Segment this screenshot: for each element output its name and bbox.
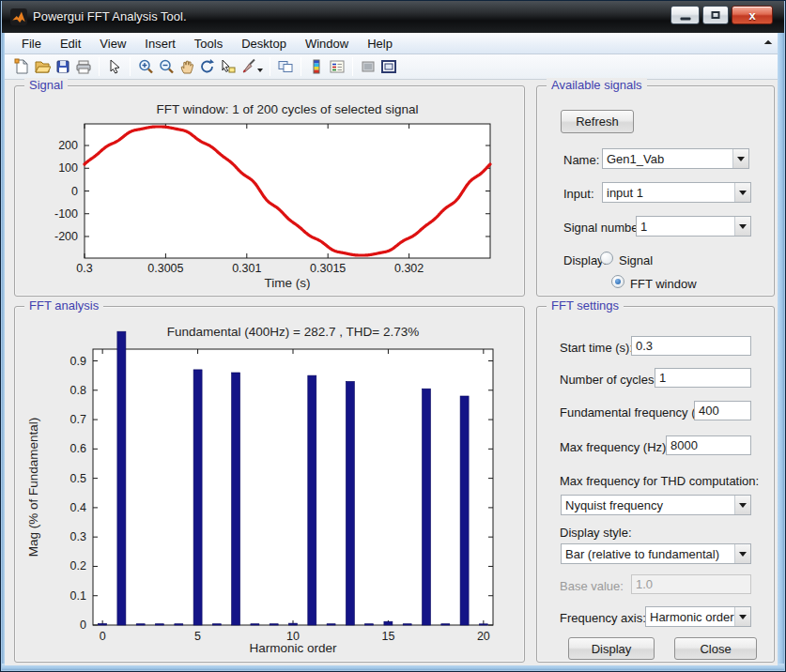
svg-text:0.302: 0.302 — [394, 262, 424, 275]
cycles-label: Number of cycles: — [560, 373, 657, 387]
svg-text:20: 20 — [477, 630, 490, 643]
menu-help[interactable]: Help — [358, 35, 402, 53]
chevron-down-icon[interactable] — [734, 607, 750, 626]
svg-text:-200: -200 — [54, 230, 78, 243]
save-icon[interactable] — [53, 56, 73, 77]
rotate-3d-icon[interactable] — [197, 56, 218, 77]
svg-text:10: 10 — [286, 630, 300, 643]
signal-number-dropdown[interactable]: 1 — [636, 216, 751, 237]
insert-legend-icon[interactable] — [327, 56, 347, 77]
chevron-down-icon[interactable] — [734, 496, 750, 514]
dock-figure-icon[interactable] — [378, 56, 399, 77]
svg-text:0: 0 — [71, 185, 78, 198]
signal-panel: Signal FFT window: 1 of 200 cycles of se… — [14, 85, 525, 297]
fft-settings-panel-label: FFT settings — [547, 298, 624, 313]
restore-icon — [712, 11, 720, 19]
display-signal-radio[interactable] — [600, 252, 613, 265]
zoom-in-icon[interactable] — [135, 56, 156, 77]
menu-tools[interactable]: Tools — [185, 35, 232, 53]
link-plots-icon[interactable] — [275, 56, 296, 77]
svg-text:200: 200 — [58, 139, 78, 152]
menu-bar: File Edit View Insert Tools Desktop Wind… — [5, 33, 778, 54]
frequency-axis-dropdown-value: Harmonic order — [646, 610, 734, 624]
refresh-button[interactable]: Refresh — [561, 110, 634, 133]
chevron-down-icon[interactable] — [734, 183, 750, 202]
svg-text:0.7: 0.7 — [70, 413, 86, 426]
thd-max-frequency-dropdown[interactable]: Nyquist frequency — [561, 495, 751, 515]
signal-number-dropdown-value: 1 — [637, 220, 734, 234]
svg-text:0: 0 — [80, 619, 86, 632]
start-time-field[interactable]: 0.3 — [631, 336, 751, 356]
minimize-icon — [680, 18, 690, 21]
brush-dropdown-caret[interactable] — [257, 69, 263, 72]
restore-button[interactable] — [702, 6, 729, 24]
display-style-dropdown[interactable]: Bar (relative to fundamental) — [561, 543, 751, 564]
chevron-down-icon[interactable] — [732, 149, 748, 168]
fft-settings-panel: FFT settings Start time (s): 0.3 Number … — [536, 306, 775, 663]
pan-hand-icon[interactable] — [177, 56, 197, 77]
svg-text:0.3: 0.3 — [76, 262, 92, 275]
frequency-axis-label: Frequency axis: — [560, 611, 646, 625]
max-frequency-field[interactable]: 8000 — [666, 435, 751, 455]
svg-text:0.5: 0.5 — [70, 472, 86, 485]
display-fft-window-radio[interactable] — [611, 275, 624, 288]
display-button[interactable]: Display — [568, 637, 655, 660]
menu-window[interactable]: Window — [296, 35, 358, 53]
signal-number-label: Signal number: — [563, 221, 645, 235]
title-bar[interactable]: Powergui FFT Analysis Tool. x — [2, 1, 784, 33]
matlab-app-icon — [10, 8, 27, 25]
svg-text:0.2: 0.2 — [70, 559, 86, 573]
input-dropdown[interactable]: input 1 — [602, 182, 751, 203]
frequency-axis-dropdown[interactable]: Harmonic order — [645, 606, 751, 627]
svg-text:0.3015: 0.3015 — [310, 262, 346, 275]
display-signal-radio-label[interactable]: Signal — [619, 253, 653, 267]
svg-text:0.1: 0.1 — [70, 589, 86, 603]
pointer-icon[interactable] — [104, 56, 125, 77]
svg-text:0: 0 — [100, 630, 106, 643]
toolbar-separator — [352, 57, 353, 76]
toolbar-separator — [301, 57, 301, 76]
svg-text:-100: -100 — [54, 207, 78, 221]
hide-plot-tools-icon[interactable] — [358, 56, 378, 77]
fft-spectrum-plot[interactable]: Fundamental (400Hz) = 282.7 , THD= 2.73%… — [15, 307, 524, 662]
max-frequency-label: Max frequency (Hz): — [560, 440, 670, 454]
svg-text:Harmonic order: Harmonic order — [249, 641, 337, 655]
menu-insert[interactable]: Insert — [135, 35, 185, 53]
menu-file[interactable]: File — [12, 35, 51, 53]
minimize-button[interactable] — [670, 6, 700, 24]
svg-text:0.301: 0.301 — [232, 262, 261, 275]
cycles-field[interactable]: 1 — [655, 368, 751, 388]
svg-text:Time (s): Time (s) — [265, 276, 311, 290]
svg-text:15: 15 — [381, 630, 394, 643]
open-folder-icon[interactable] — [32, 56, 53, 77]
input-dropdown-value: input 1 — [603, 186, 734, 200]
menu-overflow-arrow-icon[interactable] — [764, 40, 772, 48]
powergui-fft-window: Powergui FFT Analysis Tool. x File Edit … — [0, 0, 786, 672]
thd-max-frequency-label: Max frequency for THD computation: — [560, 474, 759, 488]
fundamental-frequency-field[interactable]: 400 — [694, 401, 751, 420]
svg-text:0.4: 0.4 — [70, 501, 86, 514]
display-fft-window-radio-label[interactable]: FFT window — [630, 277, 697, 291]
signal-waveform-plot[interactable]: FFT window: 1 of 200 cycles of selected … — [15, 86, 524, 296]
available-signals-panel: Available signals Refresh Name: Gen1_Vab… — [536, 85, 775, 297]
svg-text:Mag (% of Fundamental): Mag (% of Fundamental) — [26, 418, 40, 557]
brush-icon[interactable] — [239, 56, 259, 77]
close-dialog-button[interactable]: Close — [674, 637, 757, 660]
menu-desktop[interactable]: Desktop — [232, 35, 296, 53]
insert-colorbar-icon[interactable] — [306, 56, 327, 77]
data-cursor-icon[interactable] — [218, 56, 239, 77]
chevron-down-icon[interactable] — [734, 217, 750, 236]
zoom-out-icon[interactable] — [156, 56, 177, 77]
menu-edit[interactable]: Edit — [51, 35, 90, 53]
menu-view[interactable]: View — [90, 35, 135, 53]
name-dropdown[interactable]: Gen1_Vab — [602, 148, 749, 169]
base-value-label: Base value: — [560, 579, 624, 593]
window-title: Powergui FFT Analysis Tool. — [33, 9, 187, 23]
new-document-icon[interactable] — [11, 56, 32, 77]
svg-text:0.8: 0.8 — [70, 384, 86, 397]
svg-text:Fundamental (400Hz) = 282.7 ,: Fundamental (400Hz) = 282.7 , THD= 2.73% — [167, 325, 419, 339]
window-border-right — [778, 33, 784, 670]
close-button[interactable]: x — [732, 6, 773, 24]
print-icon[interactable] — [73, 56, 94, 77]
chevron-down-icon[interactable] — [734, 544, 750, 563]
